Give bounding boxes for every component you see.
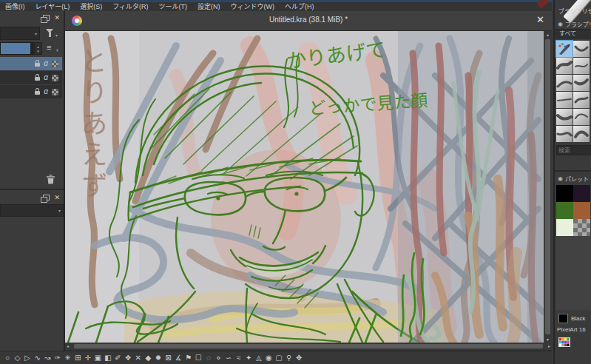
palette-swatch-4[interactable]	[556, 219, 573, 236]
canvas-viewport[interactable]: とりあえず	[65, 31, 544, 343]
tool-freehand-select-icon[interactable]: ∽	[225, 352, 232, 364]
palette-swatch-1[interactable]	[573, 185, 590, 202]
alpha-icon[interactable]: α	[44, 88, 48, 95]
tool-fill-icon[interactable]: ◆	[144, 352, 152, 364]
tool-zoom-icon[interactable]: ⚲	[286, 352, 293, 364]
tool-multibrush-icon[interactable]: ✳	[64, 352, 72, 364]
tool-polygon-icon[interactable]: ◇	[14, 352, 21, 364]
layer-row-0[interactable]: α	[0, 57, 62, 70]
dock-splitter[interactable]	[555, 170, 591, 172]
tool-dynamic-brush-icon[interactable]: ✑	[54, 352, 61, 364]
brush-preset-9[interactable]	[573, 109, 590, 125]
brush-preset-3[interactable]	[573, 58, 590, 74]
brush-preset-11[interactable]	[573, 126, 590, 142]
lock-icon[interactable]	[35, 77, 40, 81]
tool-rect-select-icon[interactable]: ☐	[195, 352, 202, 364]
tool-ellipse-icon[interactable]: ○	[4, 352, 11, 364]
tool-gradient-icon[interactable]: ◧	[104, 352, 112, 364]
docker-combo[interactable]: ▾	[0, 204, 64, 217]
menu-item-4[interactable]: ツール(T)	[154, 2, 193, 11]
brush-preset-1[interactable]	[573, 41, 590, 57]
palette-swatch-3[interactable]	[573, 202, 590, 219]
filter-funnel-icon[interactable]	[46, 29, 53, 33]
menu-item-3[interactable]: フィルタ(R)	[107, 2, 153, 11]
menu-item-1[interactable]: レイヤー(L)	[30, 2, 75, 11]
brush-preset-7[interactable]	[573, 92, 590, 108]
brush-preset-4[interactable]	[556, 75, 573, 91]
tool-color-sampler-icon[interactable]: ✐	[115, 352, 122, 364]
window-close-button[interactable]: ✕	[536, 15, 544, 25]
layer-row-1[interactable]: α	[0, 71, 62, 84]
layer-row-2[interactable]: α	[0, 85, 62, 98]
alpha-icon[interactable]: α	[44, 74, 48, 81]
brush-tag-filter[interactable]: すべて	[555, 29, 591, 38]
tool-outline-select-icon[interactable]: ▢	[275, 352, 283, 364]
menu-item-6[interactable]: ウィンドウ(W)	[226, 2, 280, 11]
tool-bezier-curve-icon[interactable]: ∿	[34, 352, 41, 364]
scroll-right-arrow[interactable]: ▸	[548, 343, 550, 348]
alpha-checker-icon[interactable]	[52, 61, 58, 67]
tool-pattern-edit-icon[interactable]: ❖	[124, 352, 132, 364]
tool-enclose-fill-icon[interactable]: ✹	[155, 352, 162, 364]
blend-mode-combo[interactable]: ▾	[0, 27, 40, 40]
brush-search-input[interactable]	[556, 145, 591, 155]
canvas-window-titlebar[interactable]: Untitled.kra (38.1 MiB) * ✕	[65, 11, 552, 31]
tool-colorize-mask-icon[interactable]: ⊠	[165, 352, 172, 364]
tool-move-icon[interactable]: ✛	[84, 352, 92, 364]
alpha-checker-icon[interactable]	[52, 89, 58, 95]
scroll-left-arrow[interactable]: ◂	[67, 343, 69, 348]
palette-swatch-5[interactable]	[573, 219, 590, 236]
scroll-up-arrow[interactable]: ▴	[544, 32, 552, 37]
funnel-dropdown-arrow[interactable]: ▾	[55, 33, 58, 38]
tool-crop-icon[interactable]: ▣	[94, 352, 101, 364]
layer-options-arrow[interactable]: ▾	[56, 47, 58, 53]
krita-app: 画像(I)レイヤー(L)選択(S)フィルタ(R)ツール(T)設定(N)ウィンドウ…	[0, 0, 591, 364]
brush-preset-6[interactable]	[556, 92, 573, 108]
palette-swatch-2[interactable]	[556, 202, 573, 219]
canvas-vertical-note: とりあえず	[77, 47, 107, 203]
tool-polyline-icon[interactable]: ▷	[24, 352, 31, 364]
canvas-vertical-scrollbar[interactable]: ▴ ▾	[544, 31, 552, 343]
tool-freehand-path-icon[interactable]: ↝	[44, 352, 51, 364]
tool-assistants-icon[interactable]: ⊞	[74, 352, 81, 364]
palette-swatch-0[interactable]	[556, 185, 573, 202]
close-docker-icon[interactable]: ✕	[54, 14, 60, 21]
vscroll-thumb[interactable]	[545, 39, 550, 334]
lock-icon[interactable]	[35, 63, 40, 67]
tool-magnetic-select-icon[interactable]: ◉	[265, 352, 272, 364]
float-docker-icon[interactable]	[43, 15, 50, 21]
canvas-horizontal-scrollbar[interactable]: ◂ ▸	[65, 343, 552, 350]
tool-polygon-select-icon[interactable]: ⋄	[215, 352, 222, 364]
tool-reference-images-icon[interactable]: ⚑	[185, 352, 192, 364]
close-docker-icon[interactable]: ✕	[54, 194, 60, 201]
menu-item-2[interactable]: 選択(S)	[75, 2, 107, 11]
current-color-swatch[interactable]	[558, 314, 568, 323]
alpha-icon[interactable]: α	[44, 60, 48, 67]
brush-preset-10[interactable]	[556, 126, 573, 142]
opacity-slider[interactable]	[0, 42, 35, 55]
tool-similar-select-icon[interactable]: ≈	[235, 352, 243, 364]
float-docker-icon[interactable]	[43, 195, 50, 200]
tool-smudge-icon[interactable]: ✕	[135, 352, 142, 364]
menu-item-5[interactable]: 設定(N)	[192, 2, 226, 11]
tool-pan-icon[interactable]: ✥	[295, 352, 303, 364]
brush-preset-5[interactable]	[573, 75, 590, 91]
menu-item-7[interactable]: ヘルプ(H)	[280, 2, 320, 11]
brush-preset-8[interactable]	[556, 109, 573, 125]
alpha-checker-icon[interactable]	[52, 75, 58, 81]
tool-contiguous-select-icon[interactable]: ✦	[245, 352, 252, 364]
tool-ellipse-select-icon[interactable]: ◌	[205, 352, 212, 364]
menu-item-0[interactable]: 画像(I)	[0, 2, 30, 11]
tool-bezier-select-icon[interactable]: ◬	[255, 352, 263, 364]
lock-icon[interactable]	[35, 91, 40, 95]
layer-options-menu-icon[interactable]: ≡	[47, 44, 51, 52]
palette-thumbnail-icon[interactable]	[558, 337, 570, 350]
opacity-spinbox[interactable]: ▴ ▾	[34, 42, 42, 55]
delete-layer-button[interactable]	[46, 174, 55, 187]
hscroll-thumb[interactable]	[74, 344, 543, 348]
dock-splitter[interactable]	[0, 189, 64, 190]
scroll-down-arrow[interactable]: ▾	[544, 337, 552, 342]
brush-preset-2[interactable]	[556, 58, 573, 74]
brush-preset-0[interactable]	[556, 41, 573, 57]
tool-measure-icon[interactable]: ∡	[175, 352, 182, 364]
